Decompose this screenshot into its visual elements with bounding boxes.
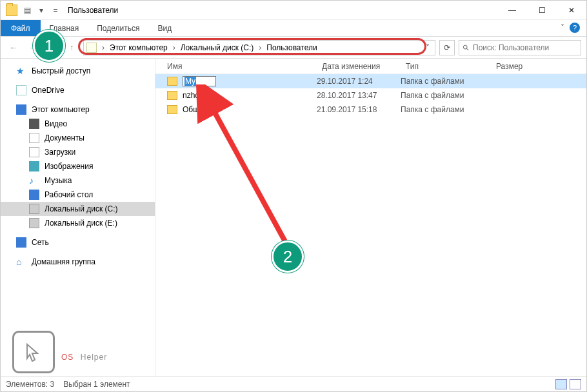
cell-date: 29.10.2017 1:24 <box>317 77 401 86</box>
cell-name: Общие <box>167 105 317 114</box>
pc-icon <box>16 104 26 115</box>
breadcrumb-part-disk[interactable]: Локальный диск (C:) <box>179 43 255 52</box>
qat-newfolder-icon[interactable]: ▾ <box>36 5 46 15</box>
search-icon: ⚲ <box>461 42 471 52</box>
sidebar-item-onedrive[interactable]: OneDrive <box>1 83 155 97</box>
cell-type: Папка с файлами <box>401 105 491 114</box>
sidebar-item-disk-c[interactable]: Локальный диск (C:) <box>1 202 155 216</box>
breadcrumb-sep-icon[interactable]: › <box>256 43 264 52</box>
sidebar-label: Сеть <box>32 238 49 247</box>
sidebar-item-video[interactable]: Видео <box>1 117 155 131</box>
file-list: Имя Дата изменения Тип Размер My 29.10.2… <box>155 59 586 376</box>
sidebar-label: Локальный диск (C:) <box>45 204 118 213</box>
breadcrumb-part-users[interactable]: Пользователи <box>265 43 318 52</box>
rename-text: My <box>184 77 196 86</box>
tab-view[interactable]: Вид <box>148 20 181 36</box>
sidebar-item-quick[interactable]: ★Быстрый доступ <box>1 64 155 78</box>
tab-share[interactable]: Поделиться <box>88 20 148 36</box>
breadcrumb-sep-icon[interactable]: › <box>99 43 107 52</box>
nav-back-button[interactable]: ← <box>6 40 21 55</box>
watermark: OS Helper <box>12 331 107 373</box>
col-type[interactable]: Тип <box>406 62 496 71</box>
cell-name: nzhola <box>167 91 317 100</box>
video-icon <box>29 119 39 129</box>
folder-icon <box>167 91 177 100</box>
sidebar-item-homegroup[interactable]: ⌂Домашняя группа <box>1 255 155 269</box>
watermark-os: OS <box>61 353 74 362</box>
status-bar: Элементов: 3 Выбран 1 элемент <box>1 376 586 391</box>
help-icon[interactable]: ? <box>570 23 580 33</box>
sidebar-label: Видео <box>45 119 67 128</box>
onedrive-icon <box>16 85 26 95</box>
annotation-badge-2: 2 <box>272 240 304 273</box>
sidebar-label: Быстрый доступ <box>32 66 90 75</box>
sidebar-item-docs[interactable]: Документы <box>1 131 155 145</box>
sidebar-item-desktop[interactable]: Рабочий стол <box>1 188 155 202</box>
star-icon: ★ <box>16 66 26 76</box>
breadcrumb[interactable]: › Этот компьютер › Локальный диск (C:) ›… <box>83 40 435 55</box>
file-row[interactable]: nzhola 28.10.2017 13:47 Папка с файлами <box>155 88 586 103</box>
maximize-button[interactable]: ☐ <box>527 1 557 20</box>
window-controls: — ☐ ✕ <box>497 1 586 20</box>
qat-separator: = <box>50 5 61 15</box>
sidebar-item-network[interactable]: Сеть <box>1 235 155 250</box>
breadcrumb-part-pc[interactable]: Этот компьютер <box>108 43 169 52</box>
sidebar-label: Музыка <box>45 176 72 185</box>
sidebar-item-images[interactable]: Изображения <box>1 159 155 173</box>
file-row[interactable]: Общие 21.09.2017 15:18 Папка с файлами <box>155 103 586 117</box>
ribbon: Файл Главная Поделиться Вид ˅ ? <box>1 20 586 37</box>
sidebar-item-pc[interactable]: Этот компьютер <box>1 103 155 117</box>
column-headers: Имя Дата изменения Тип Размер <box>155 59 586 74</box>
image-icon <box>29 161 39 172</box>
ribbon-right: ˅ ? <box>561 23 580 33</box>
nav-up-button[interactable]: ↑ <box>64 40 79 55</box>
rename-input[interactable]: My <box>183 76 216 86</box>
cell-type: Папка с файлами <box>401 77 491 86</box>
file-tab[interactable]: Файл <box>1 20 41 36</box>
file-row[interactable]: My 29.10.2017 1:24 Папка с файлами <box>155 74 586 88</box>
breadcrumb-dropdown-icon[interactable]: ˅ <box>423 43 432 52</box>
annotation-badge-1: 1 <box>33 30 65 62</box>
breadcrumb-sep-icon[interactable]: › <box>170 43 178 52</box>
watermark-cursor-icon <box>12 331 55 373</box>
sidebar-label: Этот компьютер <box>32 105 90 114</box>
window-title: Пользователи <box>68 6 118 15</box>
status-count: Элементов: 3 <box>6 380 54 389</box>
download-icon <box>29 147 39 157</box>
sidebar-item-music[interactable]: ♪Музыка <box>1 173 155 188</box>
col-name[interactable]: Имя <box>167 62 322 71</box>
minimize-button[interactable]: — <box>497 1 527 20</box>
ribbon-expand-icon[interactable]: ˅ <box>561 23 564 32</box>
sidebar-label: Документы <box>45 133 85 142</box>
folder-icon <box>6 5 17 16</box>
folder-icon <box>167 77 177 86</box>
status-selection: Выбран 1 элемент <box>63 380 130 389</box>
cell-type: Папка с файлами <box>401 91 491 100</box>
sidebar-item-disk-e[interactable]: Локальный диск (E:) <box>1 216 155 230</box>
music-icon: ♪ <box>29 175 39 186</box>
document-icon <box>29 133 39 143</box>
body: ★Быстрый доступ OneDrive Этот компьютер … <box>1 59 586 376</box>
sidebar-item-downloads[interactable]: Загрузки <box>1 145 155 159</box>
qat-properties-icon[interactable]: ▤ <box>22 5 32 15</box>
folder-icon <box>167 105 177 114</box>
cell-name: My <box>167 76 317 86</box>
breadcrumb-folder-icon <box>86 43 97 53</box>
refresh-button[interactable]: ⟳ <box>439 40 455 55</box>
sidebar-label: Домашняя группа <box>32 257 95 266</box>
search-input[interactable]: ⚲ Поиск: Пользователи <box>459 40 581 55</box>
file-name: Общие <box>183 105 208 114</box>
sidebar: ★Быстрый доступ OneDrive Этот компьютер … <box>1 59 155 376</box>
titlebar: ▤ ▾ = Пользователи — ☐ ✕ <box>1 1 586 20</box>
close-button[interactable]: ✕ <box>557 1 586 20</box>
disk-icon <box>29 204 39 214</box>
view-large-button[interactable] <box>570 379 581 389</box>
address-row: ← → ▾ ↑ › Этот компьютер › Локальный дис… <box>1 37 586 59</box>
view-details-button[interactable] <box>555 379 567 389</box>
col-date[interactable]: Дата изменения <box>322 62 406 71</box>
col-size[interactable]: Размер <box>496 62 548 71</box>
disk-icon <box>29 218 39 228</box>
file-name: nzhola <box>183 91 205 100</box>
search-placeholder: Поиск: Пользователи <box>473 43 549 52</box>
homegroup-icon: ⌂ <box>16 257 26 267</box>
